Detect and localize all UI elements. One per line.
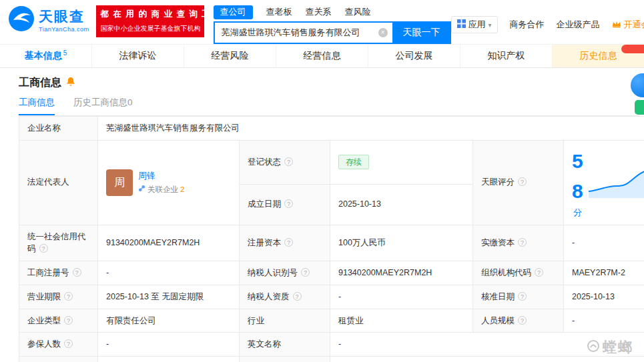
help-icon[interactable]: ? xyxy=(284,157,293,166)
score-label: 天眼评分 xyxy=(481,177,515,187)
company-tabbar: 基本信息 5 法律诉讼 经营风险 经营信息 公司发展 知识产权 历史信息 xyxy=(0,44,644,68)
tab-intellectual-property[interactable]: 知识产权 xyxy=(460,45,552,67)
clear-search-icon[interactable]: × xyxy=(378,28,388,37)
tab-basic-info-label: 基本信息 xyxy=(25,50,62,62)
credit-code-value: 91340200MAEY2R7M2H xyxy=(106,238,200,247)
search-tabs: 查公司 查老板 查关系 查风险 xyxy=(214,5,451,19)
watermark-icon xyxy=(587,339,600,356)
table-row: 营业期限? 2025-10-13 至 无固定期限 纳税人资质? - 核准日期? … xyxy=(19,285,644,309)
staff-size-label: 人员规模 xyxy=(481,316,515,325)
table-row: 企业名称 芜湖盛世路琪汽车销售服务有限公司 xyxy=(19,117,644,141)
miniapp-float-icon[interactable] xyxy=(635,100,644,115)
help-icon[interactable]: ? xyxy=(39,244,48,253)
help-icon[interactable]: ? xyxy=(293,292,302,301)
watermark-text: 螳螂 xyxy=(603,338,633,357)
paid-capital-label: 实缴资本 xyxy=(481,238,515,247)
help-icon[interactable]: ? xyxy=(64,339,73,348)
status-badge: 存续 xyxy=(338,155,369,169)
tab-legal-proceedings[interactable]: 法律诉讼 xyxy=(91,45,184,67)
open-vip-button[interactable]: 开通会员 ▾ xyxy=(612,19,644,31)
subtab-history-business-info[interactable]: 历史工商信息0 xyxy=(73,97,133,115)
tab-history-info[interactable]: 历史信息 xyxy=(552,45,644,67)
taxpayer-id-value: 91340200MAEY2R7M2H xyxy=(338,268,432,277)
tab-operation-info[interactable]: 经营信息 xyxy=(276,45,368,67)
related-companies-label: 关联企业 xyxy=(147,184,178,195)
tab-basic-info[interactable]: 基本信息 5 xyxy=(0,45,91,67)
help-icon[interactable]: ? xyxy=(535,268,543,277)
table-row: 工商注册号? - 纳税人识别号? 91340200MAEY2R7M2H 组织机构… xyxy=(19,261,644,285)
watermark: 螳螂 xyxy=(587,338,633,357)
table-row: 统一社会信用代码? 91340200MAEY2R7M2H 注册资本? 100万人… xyxy=(19,225,644,261)
industry-label: 行业 xyxy=(248,316,264,325)
top-nav: 应用 ▾ 商务合作 企业级产品 开通会员 ▾ xyxy=(451,16,644,33)
help-icon[interactable]: ? xyxy=(64,292,73,301)
reg-capital-label: 注册资本 xyxy=(248,238,281,247)
search-input[interactable] xyxy=(214,21,392,44)
apps-menu-label: 应用 xyxy=(468,19,486,31)
legal-rep-label: 法定代表人 xyxy=(27,177,69,187)
established-label: 成立日期 xyxy=(248,199,281,209)
monitor-bell-icon[interactable] xyxy=(65,77,76,90)
score-value: 58 xyxy=(572,150,583,202)
slogan-line1: 都 在 用 的 商 业 查 询 工 具 xyxy=(101,9,200,20)
established-value: 2025-10-13 xyxy=(338,199,381,209)
open-vip-label: 开通会员 xyxy=(624,19,644,31)
help-icon[interactable]: ? xyxy=(284,199,293,208)
table-row: 法定代表人 周 周锋 关联企业 2 xyxy=(19,140,644,184)
related-companies-icon xyxy=(138,184,145,195)
search-button[interactable]: 天眼一下 xyxy=(392,21,451,44)
related-companies-link[interactable]: 关联企业 2 xyxy=(138,184,184,195)
table-row: 参保人数? - 英文名称 - xyxy=(19,333,644,357)
search-tab-relation[interactable]: 查关系 xyxy=(306,6,332,18)
help-icon[interactable]: ? xyxy=(518,238,527,247)
org-code-value: MAEY2R7M-2 xyxy=(572,268,625,277)
nav-enterprise-products[interactable]: 企业级产品 xyxy=(557,19,600,31)
help-icon[interactable]: ? xyxy=(73,268,81,277)
industry-value: 租赁业 xyxy=(338,316,364,325)
insured-value: - xyxy=(106,339,109,349)
help-icon[interactable]: ? xyxy=(301,268,310,277)
score-sparkline-chart xyxy=(589,163,644,202)
slogan-line2: 国家中小企业发展子基金旗下机构 xyxy=(101,24,200,33)
taxpayer-qual-label: 纳税人资质 xyxy=(248,292,290,301)
apps-grid-icon xyxy=(457,19,466,30)
staff-size-value: - xyxy=(572,316,575,325)
brand-name: 天眼查 xyxy=(39,7,89,26)
taxpayer-qual-value: - xyxy=(338,292,341,301)
tab-operation-risk[interactable]: 经营风险 xyxy=(184,45,276,67)
company-type-label: 企业类型 xyxy=(27,316,61,325)
tianyan-score[interactable]: 58分 xyxy=(572,146,644,219)
help-icon[interactable]: ? xyxy=(284,238,293,247)
main-content: 工商信息 工商信息 历史工商信息0 企业名称 芜湖盛世路琪汽车销售服务有限公司 … xyxy=(0,68,644,362)
business-term-label: 营业期限 xyxy=(27,292,61,301)
search-tab-risk[interactable]: 查风险 xyxy=(345,6,371,18)
help-icon[interactable]: ? xyxy=(518,177,527,186)
tab-history-info-label: 历史信息 xyxy=(580,50,617,62)
insured-label: 参保人数 xyxy=(27,339,61,349)
nav-business-cooperation[interactable]: 商务合作 xyxy=(510,19,545,31)
tab-company-development[interactable]: 公司发展 xyxy=(368,45,460,67)
apps-menu[interactable]: 应用 ▾ xyxy=(451,16,498,33)
business-term-value: 2025-10-13 至 无固定期限 xyxy=(106,292,204,301)
english-name-value: - xyxy=(338,339,341,349)
reg-number-label: 工商注册号 xyxy=(27,268,69,277)
legal-rep-name-link[interactable]: 周锋 xyxy=(138,169,184,183)
table-row: 企业类型? 有限责任公司 行业 租赁业 人员规模? - xyxy=(19,309,644,333)
tianyancha-logo[interactable]: 天眼查 TianYanCha.com xyxy=(8,5,89,35)
help-icon[interactable]: ? xyxy=(64,316,73,325)
company-type-value: 有限责任公司 xyxy=(106,316,156,325)
paid-capital-value: - xyxy=(572,238,575,247)
subtab-business-info[interactable]: 工商信息 xyxy=(19,97,55,115)
reg-capital-value: 100万人民币 xyxy=(338,238,386,247)
help-icon[interactable]: ? xyxy=(518,316,527,325)
org-code-label: 组织机构代码 xyxy=(481,268,531,277)
legal-rep-avatar[interactable]: 周 xyxy=(106,169,133,196)
section-title: 工商信息 xyxy=(19,76,61,90)
search-tab-company[interactable]: 查公司 xyxy=(214,5,253,19)
search-area: 查公司 查老板 查关系 查风险 × 天眼一下 xyxy=(214,5,451,44)
tianyancha-logo-icon xyxy=(8,5,35,35)
help-icon[interactable]: ? xyxy=(518,292,527,301)
credit-code-label: 统一社会信用代码 xyxy=(27,232,86,254)
tab-basic-info-count: 5 xyxy=(63,49,67,57)
search-tab-boss[interactable]: 查老板 xyxy=(266,6,292,18)
